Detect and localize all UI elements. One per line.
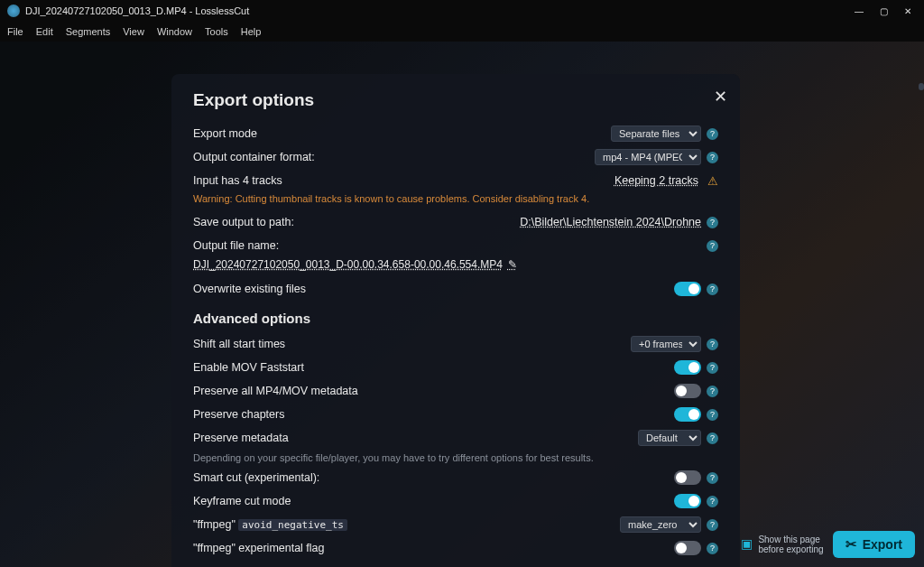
output-filename-value[interactable]: DJI_20240727102050_0013_D-00.00.34.658-0…: [193, 258, 503, 271]
save-path-label: Save output to path:: [193, 216, 520, 228]
overwrite-toggle[interactable]: [674, 282, 701, 296]
experimental-flag-label: "ffmpeg" experimental flag: [193, 542, 674, 554]
avoid-negative-ts-select[interactable]: make_zero: [620, 516, 701, 533]
help-icon[interactable]: ?: [707, 152, 718, 163]
help-icon[interactable]: ?: [707, 284, 718, 295]
menu-view[interactable]: View: [123, 26, 144, 37]
preserve-mp4-toggle[interactable]: [674, 384, 701, 398]
warning-icon: ⚠: [707, 174, 718, 188]
export-button-label: Export: [863, 537, 902, 552]
help-icon[interactable]: ?: [707, 339, 718, 350]
faststart-toggle[interactable]: [674, 360, 701, 375]
window-title: DJI_20240727102050_0013_D.MP4 - Lossless…: [25, 5, 855, 16]
edit-icon[interactable]: ✎: [508, 258, 517, 271]
advanced-title: Advanced options: [193, 311, 718, 326]
export-mode-label: Export mode: [193, 127, 611, 140]
menu-tools[interactable]: Tools: [205, 26, 228, 37]
preserve-chapters-label: Preserve chapters: [193, 408, 674, 421]
help-icon[interactable]: ?: [707, 362, 718, 374]
menu-edit[interactable]: Edit: [36, 26, 53, 37]
input-tracks-label: Input has 4 tracks: [193, 174, 614, 187]
overwrite-label: Overwrite existing files: [193, 283, 674, 295]
help-icon[interactable]: ?: [707, 472, 718, 484]
shift-times-label: Shift all start times: [193, 338, 631, 350]
help-icon[interactable]: ?: [707, 432, 718, 444]
help-icon[interactable]: ?: [707, 543, 718, 554]
help-icon[interactable]: ?: [707, 128, 718, 140]
export-mode-select[interactable]: Separate files: [611, 125, 701, 142]
preserve-metadata-select[interactable]: Default: [638, 430, 701, 446]
keyframe-cut-toggle[interactable]: [674, 494, 701, 508]
experimental-flag-toggle[interactable]: [674, 541, 701, 555]
help-icon[interactable]: ?: [707, 496, 718, 507]
warning-text: Warning: Cutting thumbnail tracks is kno…: [193, 193, 718, 204]
panel-title: Export options: [193, 90, 718, 110]
preserve-mp4-label: Preserve all MP4/MOV metadata: [193, 385, 674, 397]
help-icon[interactable]: ?: [707, 409, 718, 421]
menu-help[interactable]: Help: [241, 26, 262, 37]
scrollbar[interactable]: [919, 83, 924, 90]
export-options-panel: ✕ Export options Export mode Separate fi…: [171, 74, 740, 567]
save-path-link[interactable]: D:\Bilder\Liechtenstein 2024\Drohne: [520, 216, 701, 228]
export-button[interactable]: ✂ Export: [833, 531, 915, 558]
close-icon[interactable]: ✕: [714, 87, 727, 107]
menu-segments[interactable]: Segments: [66, 26, 111, 37]
help-icon[interactable]: ?: [707, 386, 718, 397]
shift-times-select[interactable]: +0 frames: [631, 336, 701, 352]
show-before-export-toggle[interactable]: ▣ Show this page before exporting: [741, 534, 823, 554]
show-before-label: Show this page before exporting: [758, 534, 823, 554]
smart-cut-toggle[interactable]: [674, 470, 701, 485]
window-minimize-button[interactable]: —: [855, 6, 864, 16]
keyframe-cut-label: Keyframe cut mode: [193, 495, 674, 507]
container-format-select[interactable]: mp4 - MP4 (MPEG-4 P▾: [595, 149, 701, 165]
help-icon[interactable]: ?: [707, 217, 718, 228]
menu-window[interactable]: Window: [157, 26, 192, 37]
help-icon[interactable]: ?: [707, 240, 718, 252]
avoid-negative-ts-label: "ffmpeg" avoid_negative_ts: [193, 518, 620, 531]
menubar: File Edit Segments View Window Tools Hel…: [0, 22, 924, 42]
output-filename-label: Output file name:: [193, 239, 707, 252]
preserve-metadata-label: Preserve metadata: [193, 432, 638, 444]
container-format-label: Output container format:: [193, 151, 595, 163]
window-close-button[interactable]: ✕: [904, 6, 911, 16]
calendar-icon: ▣: [741, 537, 753, 551]
faststart-label: Enable MOV Faststart: [193, 361, 674, 374]
smart-cut-label: Smart cut (experimental):: [193, 471, 674, 484]
keeping-tracks-link[interactable]: Keeping 2 tracks: [614, 174, 698, 187]
help-icon[interactable]: ?: [707, 519, 718, 531]
window-maximize-button[interactable]: ▢: [880, 6, 888, 16]
app-icon: [7, 5, 20, 17]
scissors-icon: ✂: [845, 536, 857, 553]
menu-file[interactable]: File: [7, 26, 23, 37]
preserve-chapters-toggle[interactable]: [674, 407, 701, 422]
hint-text: Depending on your specific file/player, …: [193, 452, 718, 463]
